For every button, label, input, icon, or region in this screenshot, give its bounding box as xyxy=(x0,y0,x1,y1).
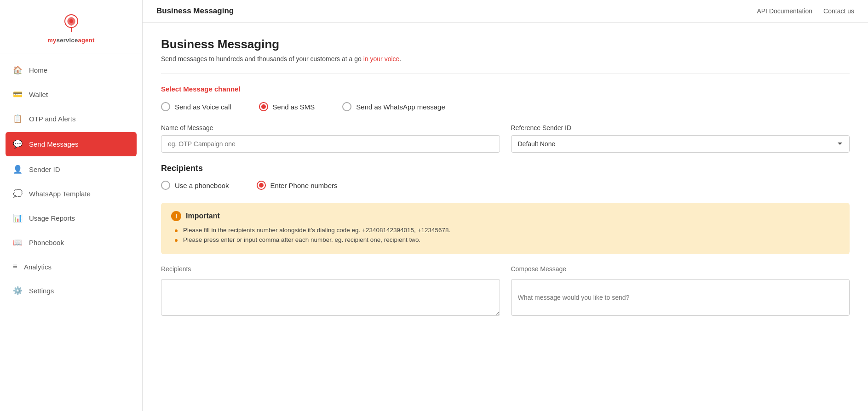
sidebar-item-analytics[interactable]: ≡ Analytics xyxy=(0,255,142,279)
svg-point-3 xyxy=(69,19,73,23)
sidebar-item-phonebook[interactable]: 📖 Phonebook xyxy=(0,230,142,255)
sender-id-icon: 👤 xyxy=(13,165,23,174)
sidebar-item-label-phonebook: Phonebook xyxy=(29,239,64,246)
sidebar-item-whatsapp-template[interactable]: 💭 WhatsApp Template xyxy=(0,182,142,206)
sidebar-item-home[interactable]: 🏠 Home xyxy=(0,58,142,82)
info-icon: i xyxy=(171,211,181,221)
recipient-options: Use a phonebook Enter Phone numbers xyxy=(161,181,850,190)
sidebar-item-settings[interactable]: ⚙️ Settings xyxy=(0,279,142,303)
send-messages-icon: 💬 xyxy=(13,139,23,149)
compose-message-group: Compose Message xyxy=(511,265,850,316)
sidebar-item-sender-id[interactable]: 👤 Sender ID xyxy=(0,157,142,182)
compose-message-label: Compose Message xyxy=(511,265,850,273)
important-title: Important xyxy=(186,212,220,220)
logo-icon xyxy=(59,11,83,35)
sidebar-item-usage-reports[interactable]: 📊 Usage Reports xyxy=(0,206,142,230)
logo-text: myserviceagent xyxy=(47,37,94,44)
radio-voice-call[interactable] xyxy=(161,102,170,111)
api-docs-link[interactable]: API Documentation xyxy=(757,7,812,15)
enter-numbers-option[interactable]: Enter Phone numbers xyxy=(257,181,338,190)
content-inner: Business Messaging Send messages to hund… xyxy=(143,23,868,411)
use-phonebook-option[interactable]: Use a phonebook xyxy=(161,181,229,190)
phonebook-icon: 📖 xyxy=(13,238,23,247)
sidebar-item-label-analytics: Analytics xyxy=(24,263,52,271)
radio-sms[interactable] xyxy=(259,102,268,111)
radio-enter-numbers[interactable] xyxy=(257,181,266,190)
radio-whatsapp[interactable] xyxy=(342,102,351,111)
important-list: Please fill in the recipients number alo… xyxy=(171,227,839,243)
sender-id-group: Reference Sender ID Default None xyxy=(511,124,850,153)
main-wrapper: Business Messaging API Documentation Con… xyxy=(143,0,868,411)
wallet-icon: 💳 xyxy=(13,90,23,99)
home-icon: 🏠 xyxy=(13,65,23,75)
important-header: i Important xyxy=(171,211,839,221)
sidebar: myserviceagent 🏠 Home 💳 Wallet 📋 OTP and… xyxy=(0,0,143,411)
channel-voice-call[interactable]: Send as Voice call xyxy=(161,102,231,111)
sidebar-item-label-usage: Usage Reports xyxy=(29,214,75,222)
compose-message-input[interactable] xyxy=(511,279,850,316)
settings-icon: ⚙️ xyxy=(13,286,23,296)
sender-id-select[interactable]: Default None xyxy=(511,135,850,153)
sidebar-item-label-home: Home xyxy=(29,66,47,74)
analytics-icon: ≡ xyxy=(13,262,17,271)
channel-sms-label: Send as SMS xyxy=(273,103,315,111)
sidebar-item-label-whatsapp: WhatsApp Template xyxy=(29,190,91,198)
sidebar-item-label-sender: Sender ID xyxy=(29,166,60,173)
important-item-2: Please press enter or input comma after … xyxy=(175,236,839,243)
sidebar-nav: 🏠 Home 💳 Wallet 📋 OTP and Alerts 💬 Send … xyxy=(0,58,142,303)
name-of-message-input[interactable] xyxy=(161,135,500,153)
message-form-row: Name of Message Reference Sender ID Defa… xyxy=(161,124,850,153)
whatsapp-icon: 💭 xyxy=(13,189,23,199)
recipients-label: Recipients xyxy=(161,265,500,273)
contact-us-link[interactable]: Contact us xyxy=(823,7,854,15)
name-of-message-label: Name of Message xyxy=(161,124,500,131)
channel-section-label: Select Message channel xyxy=(161,85,850,93)
page-subtitle: Send messages to hundreds and thousands … xyxy=(161,55,850,63)
sidebar-item-label-wallet: Wallet xyxy=(29,91,48,98)
topbar-title: Business Messaging xyxy=(156,6,234,16)
important-box: i Important Please fill in the recipient… xyxy=(161,203,850,254)
topbar-links: API Documentation Contact us xyxy=(757,7,854,15)
otp-icon: 📋 xyxy=(13,114,23,124)
use-phonebook-label: Use a phonebook xyxy=(175,182,229,189)
channel-sms[interactable]: Send as SMS xyxy=(259,102,315,111)
recipients-section-title: Recipients xyxy=(161,164,850,173)
content-area: Business Messaging Send messages to hund… xyxy=(143,23,868,411)
name-of-message-group: Name of Message xyxy=(161,124,500,153)
sidebar-item-wallet[interactable]: 💳 Wallet xyxy=(0,82,142,107)
sidebar-item-otp-alerts[interactable]: 📋 OTP and Alerts xyxy=(0,107,142,131)
topbar: Business Messaging API Documentation Con… xyxy=(143,0,868,23)
radio-phonebook[interactable] xyxy=(161,181,170,190)
sidebar-item-label-send: Send Messages xyxy=(29,140,79,148)
sender-id-label: Reference Sender ID xyxy=(511,124,850,131)
channel-options: Send as Voice call Send as SMS Send as W… xyxy=(161,102,850,111)
recipients-textarea[interactable] xyxy=(161,279,500,316)
sidebar-item-send-messages[interactable]: 💬 Send Messages xyxy=(6,132,137,156)
subtitle-link[interactable]: in your voice xyxy=(363,55,400,63)
important-item-1: Please fill in the recipients number alo… xyxy=(175,227,839,234)
compose-row: Recipients Compose Message xyxy=(161,265,850,316)
sidebar-item-label-settings: Settings xyxy=(29,287,54,295)
page-title: Business Messaging xyxy=(161,37,850,51)
channel-whatsapp-label: Send as WhatsApp message xyxy=(356,103,445,111)
usage-reports-icon: 📊 xyxy=(13,213,23,223)
recipients-group: Recipients xyxy=(161,265,500,316)
enter-numbers-label: Enter Phone numbers xyxy=(270,182,338,189)
logo-container: myserviceagent xyxy=(0,0,142,53)
sidebar-item-label-otp: OTP and Alerts xyxy=(29,115,75,123)
channel-whatsapp[interactable]: Send as WhatsApp message xyxy=(342,102,445,111)
divider xyxy=(161,74,850,74)
channel-voice-call-label: Send as Voice call xyxy=(175,103,231,111)
